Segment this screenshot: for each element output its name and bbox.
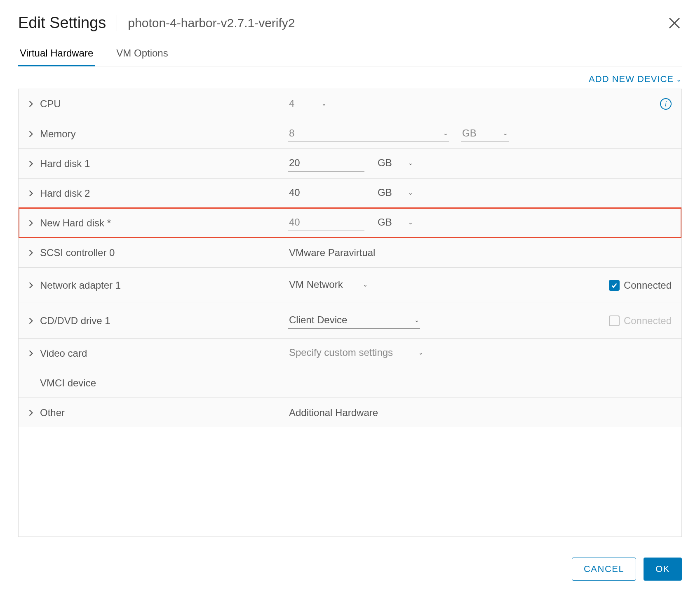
net-label: Network adapter 1 [40,280,121,291]
chevron-right-icon[interactable] [28,130,34,138]
row-other: Other Additional Hardware [19,398,681,427]
edit-settings-dialog: Edit Settings photon-4-harbor-v2.7.1-ver… [0,0,700,593]
hd2-label: Hard disk 2 [40,188,90,199]
chevron-right-icon[interactable] [28,160,34,167]
tab-vm-options[interactable]: VM Options [115,43,169,66]
cd-value: Client Device [289,314,347,326]
chevron-right-icon[interactable] [28,190,34,197]
header-divider [117,15,117,31]
row-vmci: VMCI device [19,368,681,398]
hd1-unit: GB [378,157,392,169]
cpu-value: 4 [289,98,294,109]
memory-input[interactable]: 8 ⌄ [288,126,449,142]
scsi-label: SCSI controller 0 [40,247,115,259]
newhd-unit-select[interactable]: GB ⌄ [377,215,414,231]
hardware-grid: CPU 4 ⌄ i Memory 8 ⌄ [18,89,682,537]
chevron-right-icon[interactable] [28,350,34,357]
dialog-title: Edit Settings [18,14,106,32]
net-connected-label: Connected [624,280,672,291]
newhd-unit: GB [378,216,392,228]
chevron-down-icon: ⌄ [408,160,413,166]
row-video-card: Video card Specify custom settings ⌄ [19,338,681,368]
chevron-down-icon: ⌄ [408,219,413,226]
scsi-value: VMware Paravirtual [288,245,376,260]
chevron-down-icon: ⌄ [363,281,368,288]
hd2-unit: GB [378,187,392,198]
cd-connected-label: Connected [624,315,672,327]
cpu-label: CPU [40,98,61,110]
chevron-down-icon: ⌄ [408,189,413,196]
vm-name: photon-4-harbor-v2.7.1-verify2 [128,16,295,30]
chevron-right-icon[interactable] [28,100,34,108]
other-label: Other [40,407,65,419]
video-settings-select[interactable]: Specify custom settings ⌄ [288,345,424,361]
net-value: VM Network [289,279,343,290]
video-label: Video card [40,348,87,359]
toolbar: ADD NEW DEVICE ⌄ [18,66,682,89]
hd1-label: Hard disk 1 [40,158,90,169]
hd1-value: 20 [289,157,300,169]
row-network-adapter: Network adapter 1 VM Network ⌄ Connected [19,267,681,303]
ok-button[interactable]: OK [644,558,682,581]
tab-virtual-hardware[interactable]: Virtual Hardware [18,43,95,66]
memory-unit: GB [462,127,477,139]
hd2-value: 40 [289,187,300,198]
row-scsi-controller: SCSI controller 0 VMware Paravirtual [19,238,681,267]
newhd-label: New Hard disk * [40,217,111,229]
chevron-down-icon: ⌄ [503,130,508,136]
hd2-size-input[interactable]: 40 [288,185,364,201]
chevron-down-icon: ⌄ [418,349,423,356]
network-connected-checkbox[interactable] [609,280,620,291]
chevron-right-icon[interactable] [28,249,34,256]
cd-label: CD/DVD drive 1 [40,315,110,327]
network-select[interactable]: VM Network ⌄ [288,277,369,293]
newhd-size-input[interactable]: 40 [288,215,364,231]
dialog-header: Edit Settings photon-4-harbor-v2.7.1-ver… [18,8,682,43]
hd1-size-input[interactable]: 20 [288,155,364,172]
chevron-right-icon[interactable] [28,409,34,417]
video-value: Specify custom settings [289,347,393,358]
memory-value: 8 [289,127,294,139]
dialog-footer: CANCEL OK [18,537,682,581]
row-hard-disk-2: Hard disk 2 40 GB ⌄ [19,178,681,208]
tab-bar: Virtual Hardware VM Options [18,43,682,66]
row-cd-dvd: CD/DVD drive 1 Client Device ⌄ Connected [19,303,681,338]
chevron-down-icon: ⌄ [414,317,419,323]
chevron-down-icon: ⌄ [322,100,327,107]
chevron-down-icon: ⌄ [443,130,448,136]
memory-label: Memory [40,128,76,140]
chevron-right-icon[interactable] [28,219,34,227]
chevron-down-icon: ⌄ [676,75,682,83]
row-cpu: CPU 4 ⌄ i [19,89,681,119]
memory-unit-select[interactable]: GB ⌄ [461,126,509,142]
info-icon[interactable]: i [660,98,672,110]
other-value: Additional Hardware [288,405,379,420]
row-new-hard-disk: New Hard disk * 40 GB ⌄ [19,208,681,238]
vmci-label: VMCI device [40,377,96,389]
row-hard-disk-1: Hard disk 1 20 GB ⌄ [19,148,681,178]
add-new-device-button[interactable]: ADD NEW DEVICE ⌄ [589,74,682,85]
cancel-button[interactable]: CANCEL [572,558,636,581]
hd1-unit-select[interactable]: GB ⌄ [377,155,414,172]
row-memory: Memory 8 ⌄ GB ⌄ [19,119,681,148]
cd-connected-checkbox [609,315,620,326]
close-icon[interactable] [667,16,682,31]
cpu-select[interactable]: 4 ⌄ [288,96,327,112]
chevron-right-icon[interactable] [28,317,34,325]
newhd-value: 40 [289,216,300,228]
cd-device-select[interactable]: Client Device ⌄ [288,313,420,329]
add-device-label: ADD NEW DEVICE [589,74,674,85]
chevron-right-icon[interactable] [28,282,34,289]
hd2-unit-select[interactable]: GB ⌄ [377,185,414,201]
